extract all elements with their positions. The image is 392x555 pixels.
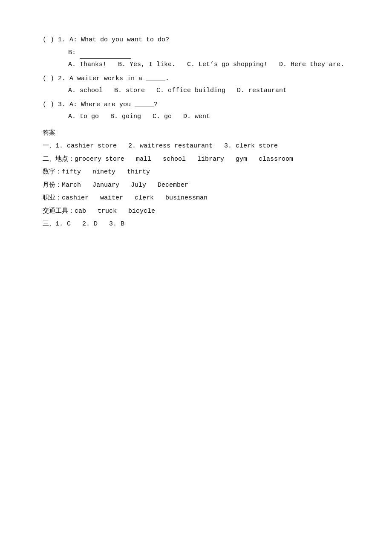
answers-title: 答案 bbox=[43, 127, 349, 140]
q1-options: A. Thanks! B. Yes, I like. C. Let’s go s… bbox=[43, 59, 349, 71]
answers-section2-months: 月份：March January July December bbox=[43, 179, 349, 192]
answers-section3: 三、1. C 2. D 3. B bbox=[43, 218, 349, 231]
question-1: ( ) 1. A: What do you want to do? B: A. … bbox=[43, 34, 349, 71]
answers-section2-places: 二、地点：grocery store mall school library g… bbox=[43, 153, 349, 166]
quiz-container: ( ) 1. A: What do you want to do? B: A. … bbox=[43, 34, 349, 231]
q1-b: B: bbox=[43, 46, 349, 59]
answers-section2-numbers: 数字：fifty ninety thirty bbox=[43, 166, 349, 179]
q1-b-label: B: bbox=[68, 49, 80, 56]
q1-text: ( ) 1. A: What do you want to do? bbox=[43, 34, 349, 46]
q1-answer-blank bbox=[80, 46, 131, 59]
q2-options: A. school B. store C. office building D.… bbox=[43, 85, 349, 97]
answers-section1: 一、1. cashier store 2. waitress restauran… bbox=[43, 140, 349, 153]
answers-section2-jobs: 职业：cashier waiter clerk businessman bbox=[43, 192, 349, 205]
question-2: ( ) 2. A waiter works in a _____. A. sch… bbox=[43, 73, 349, 97]
answers-section: 答案 一、1. cashier store 2. waitress restau… bbox=[43, 127, 349, 231]
question-3: ( ) 3. A: Where are you _____? A. to go … bbox=[43, 99, 349, 123]
q3-options: A. to go B. going C. go D. went bbox=[43, 111, 349, 123]
q3-text: ( ) 3. A: Where are you _____? bbox=[43, 99, 349, 111]
q2-text: ( ) 2. A waiter works in a _____. bbox=[43, 73, 349, 85]
answers-section2-transport: 交通工具：cab truck bicycle bbox=[43, 205, 349, 218]
